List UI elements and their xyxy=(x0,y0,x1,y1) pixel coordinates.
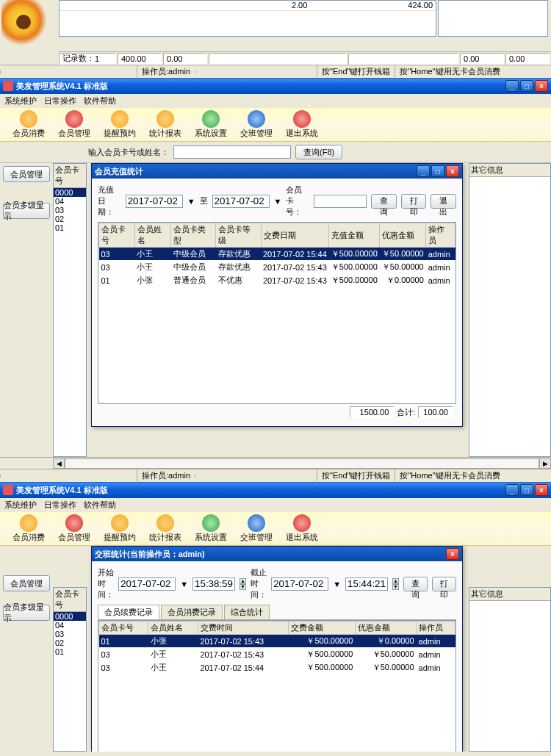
toolbtn-会员管理[interactable]: 会员管理 xyxy=(51,514,97,543)
card-input[interactable] xyxy=(314,195,367,208)
menu-daily[interactable]: 日常操作 xyxy=(44,96,76,107)
member-row[interactable]: 01 xyxy=(54,647,86,656)
table-row[interactable]: 01小张普通会员不优惠2017-07-02 15:43￥500.00000￥0.… xyxy=(99,274,455,287)
col-header[interactable]: 交费时间 xyxy=(198,622,288,635)
toolbtn-会员消费[interactable]: 会员消费 xyxy=(6,514,51,543)
close-button[interactable]: × xyxy=(535,484,548,496)
member-list[interactable]: 会员卡号 0000 04 03 02 01 xyxy=(53,587,87,752)
maximize-button[interactable]: □ xyxy=(520,484,533,496)
start-date-input[interactable] xyxy=(118,577,176,591)
member-row[interactable]: 02 xyxy=(54,638,86,647)
menu-help[interactable]: 软件帮助 xyxy=(84,500,116,511)
toolbtn-交班管理[interactable]: 交班管理 xyxy=(234,110,279,139)
toolbar-icon xyxy=(156,514,174,532)
maximize-button[interactable]: □ xyxy=(520,80,533,92)
tab-consume[interactable]: 会员消费记录 xyxy=(161,605,223,619)
shift-tabs: 会员续费记录 会员消费记录 综合统计 xyxy=(98,605,456,620)
member-list[interactable]: 会员卡号 0000 04 03 02 01 xyxy=(53,163,87,457)
col-header[interactable]: 会员卡号 xyxy=(99,622,148,635)
toolbtn-统计报表[interactable]: 统计报表 xyxy=(143,110,188,139)
toolbtn-系统设置[interactable]: 系统设置 xyxy=(188,110,234,139)
shift-table[interactable]: 会员卡号会员姓名交费时间交费金额优惠金额操作员 01小张2017-07-02 1… xyxy=(98,621,455,674)
menu-system[interactable]: 系统维护 xyxy=(4,96,37,107)
minimize-button[interactable]: _ xyxy=(505,80,519,92)
query-button[interactable]: 查询(F8) xyxy=(295,145,342,159)
dlg-close-button[interactable]: × xyxy=(446,548,459,560)
col-header[interactable]: 会员姓名 xyxy=(134,223,170,248)
col-header[interactable]: 交费金额 xyxy=(288,622,355,635)
table-row[interactable]: 03小王2017-07-02 15:44￥500.00000￥50.00000a… xyxy=(99,661,455,674)
window1-titlebar[interactable]: 美发管理系统V4.1 标准版 _ □ × xyxy=(0,78,551,94)
scroll-right-icon[interactable]: ▶ xyxy=(539,458,551,469)
member-row[interactable]: 01 xyxy=(54,223,86,232)
date-to-input[interactable] xyxy=(212,195,270,208)
menu-system[interactable]: 系统维护 xyxy=(4,500,37,511)
dlg-minimize-button[interactable]: _ xyxy=(417,165,430,177)
col-header[interactable]: 会员卡类型 xyxy=(171,223,216,248)
table-row[interactable]: 03小王中级会员存款优惠2017-07-02 15:44￥500.00000￥5… xyxy=(99,248,455,261)
dlg-query-button[interactable]: 查询 xyxy=(371,194,397,209)
member-row-selected[interactable]: 0000 xyxy=(54,612,86,621)
member-row-selected[interactable]: 0000 xyxy=(54,188,86,197)
table-row[interactable]: 01小张2017-07-02 15:43￥500.00000￥0.00000ad… xyxy=(99,635,455,648)
shift-query-button[interactable]: 查询 xyxy=(403,577,428,591)
side-member-manage[interactable]: 会员管理 xyxy=(3,166,50,182)
minimize-button[interactable]: _ xyxy=(505,484,519,496)
status-bar-top: 操作员:admin 按"End"键打开钱箱 按"Home"键用无卡会员消费 xyxy=(0,65,551,78)
toolbtn-交班管理[interactable]: 交班管理 xyxy=(234,514,279,543)
toolbtn-提醒预约[interactable]: 提醒预约 xyxy=(97,110,143,139)
status-operator: 操作员:admin xyxy=(137,469,195,483)
menu-daily[interactable]: 日常操作 xyxy=(44,500,76,511)
col-header[interactable]: 会员卡等级 xyxy=(216,223,261,248)
close-button[interactable]: × xyxy=(535,80,548,92)
toolbtn-系统设置[interactable]: 系统设置 xyxy=(188,514,234,543)
end-time-input[interactable] xyxy=(345,577,388,591)
member-row[interactable]: 03 xyxy=(54,630,86,638)
menu-help[interactable]: 软件帮助 xyxy=(84,96,116,107)
col-header[interactable]: 优惠金额 xyxy=(380,223,426,248)
dlg-maximize-button[interactable]: □ xyxy=(431,165,444,177)
col-header[interactable]: 会员卡号 xyxy=(99,223,135,248)
tab-renew[interactable]: 会员续费记录 xyxy=(98,605,159,619)
tab-summary[interactable]: 综合统计 xyxy=(224,605,270,619)
side-member-multi-display[interactable]: 会员多级显示 xyxy=(3,203,50,219)
toolbtn-退出系统[interactable]: 退出系统 xyxy=(279,514,325,543)
sunflower-decoration xyxy=(1,0,51,50)
col-header[interactable]: 充值金额 xyxy=(329,223,380,248)
toolbtn-会员管理[interactable]: 会员管理 xyxy=(51,110,97,139)
time-spinner[interactable]: ▲▼ xyxy=(392,578,399,590)
toolbtn-提醒预约[interactable]: 提醒预约 xyxy=(97,514,143,543)
time-spinner[interactable]: ▲▼ xyxy=(240,578,246,590)
member-row[interactable]: 02 xyxy=(54,215,86,223)
dlg-print-button[interactable]: 打印 xyxy=(401,194,427,209)
recharge-dialog-titlebar[interactable]: 会员充值统计 _ □ × xyxy=(92,164,462,179)
col-header[interactable]: 会员姓名 xyxy=(148,622,198,635)
col-header[interactable]: 操作员 xyxy=(426,223,455,248)
side-member-multi-display[interactable]: 会员多级显示 xyxy=(3,605,50,621)
date-from-input[interactable] xyxy=(126,195,183,208)
shift-dialog-titlebar[interactable]: 交班统计(当前操作员：admin) × xyxy=(92,547,462,561)
search-input[interactable] xyxy=(173,145,291,159)
end-date-input[interactable] xyxy=(271,577,328,591)
table-row[interactable]: 03小王中级会员存款优惠2017-07-02 15:43￥500.00000￥5… xyxy=(99,261,455,274)
member-row[interactable]: 03 xyxy=(54,206,86,215)
member-row[interactable]: 04 xyxy=(54,197,86,206)
col-header[interactable]: 交费日期 xyxy=(261,223,329,248)
window2-titlebar[interactable]: 美发管理系统V4.1 标准版 _ □ × xyxy=(0,482,551,498)
shift-print-button[interactable]: 打印 xyxy=(432,577,456,591)
dlg-close-button[interactable]: × xyxy=(446,165,459,177)
start-time-input[interactable] xyxy=(192,577,235,591)
table-row[interactable]: 03小王2017-07-02 15:43￥500.00000￥50.00000a… xyxy=(99,648,455,661)
toolbtn-统计报表[interactable]: 统计报表 xyxy=(143,514,188,543)
col-header[interactable]: 操作员 xyxy=(417,622,455,635)
recharge-table[interactable]: 会员卡号会员姓名会员卡类型会员卡等级交费日期充值金额优惠金额操作员 03小王中级… xyxy=(98,223,455,287)
scroll-left-icon[interactable]: ◀ xyxy=(53,458,65,469)
dlg-exit-button[interactable]: 退出 xyxy=(431,194,456,209)
record-count-row: 记录数：1 400.00 0.00 0.00 0.00 xyxy=(59,51,551,65)
hscrollbar[interactable]: ◀ ▶ xyxy=(0,457,551,469)
side-member-manage[interactable]: 会员管理 xyxy=(3,575,50,591)
toolbtn-退出系统[interactable]: 退出系统 xyxy=(279,110,325,139)
col-header[interactable]: 优惠金额 xyxy=(355,622,416,635)
member-row[interactable]: 04 xyxy=(54,621,86,630)
toolbtn-会员消费[interactable]: 会员消费 xyxy=(6,110,51,139)
